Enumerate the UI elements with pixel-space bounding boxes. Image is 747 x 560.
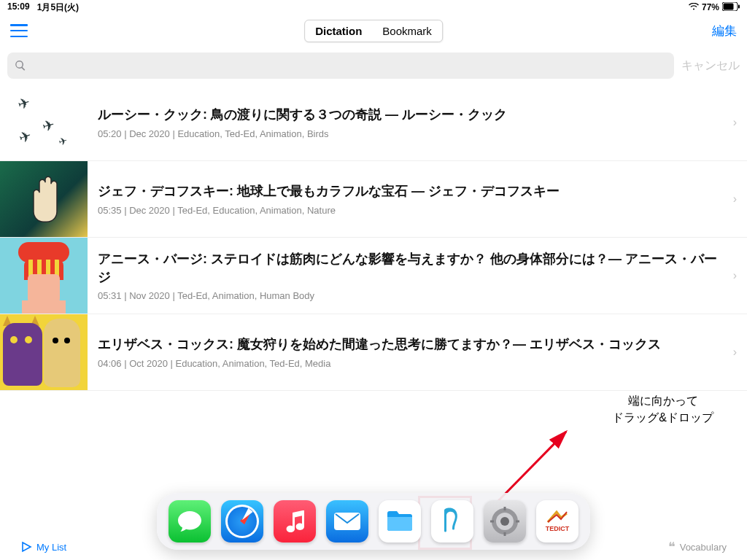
list-item[interactable]: ジェフ・デコフスキー: 地球上で最もカラフルな宝石 ― ジェフ・デコフスキー 0…: [0, 161, 747, 238]
thumbnail: [0, 161, 88, 237]
tab-mylist[interactable]: My List: [20, 541, 66, 553]
segmented-control: Dictation Bookmark: [304, 20, 443, 42]
video-list: ✈︎✈︎✈︎✈︎ ルーシー・クック: 鳥の渡りに関する３つの奇説 ― ルーシー・…: [0, 85, 747, 391]
chevron-right-icon: ›: [733, 269, 747, 282]
thumbnail: ✈︎✈︎✈︎✈︎: [0, 85, 88, 160]
quote-icon: ❝: [668, 539, 676, 555]
wifi-icon: [689, 2, 699, 12]
nav-bar: Dictation Bookmark 編集: [0, 15, 747, 47]
item-meta: 05:20 | Dec 2020 | Education, Ted-Ed, An…: [98, 128, 723, 139]
item-title: ジェフ・デコフスキー: 地球上で最もカラフルな宝石 ― ジェフ・デコフスキー: [98, 182, 723, 200]
svg-point-7: [500, 517, 509, 526]
status-bar: 15:09 1月5日(火) 77%: [0, 0, 747, 15]
item-title: エリザベス・コックス: 魔女狩りを始めた間違った思考に勝てますか？― エリザベス…: [98, 335, 723, 353]
thumbnail: [0, 314, 88, 390]
bottom-bar: My List ❝ Vocabulary: [0, 535, 747, 559]
menu-button[interactable]: [10, 24, 28, 37]
edit-button[interactable]: 編集: [712, 23, 737, 39]
item-meta: 05:35 | Dec 2020 | Ted-Ed, Education, An…: [98, 205, 723, 216]
thumbnail: [0, 238, 88, 314]
svg-rect-11: [516, 521, 519, 523]
list-item[interactable]: エリザベス・コックス: 魔女狩りを始めた間違った思考に勝てますか？― エリザベス…: [0, 314, 747, 391]
svg-rect-2: [738, 4, 740, 8]
tab-dictation[interactable]: Dictation: [305, 20, 372, 42]
cancel-button[interactable]: キャンセル: [681, 58, 740, 74]
item-title: アニース・バージ: ステロイドは筋肉にどんな影響を与えますか？ 他の身体部分には…: [98, 250, 723, 286]
status-date: 1月5日(火): [37, 1, 79, 14]
search-row: キャンセル: [0, 47, 747, 85]
chevron-right-icon: ›: [733, 192, 747, 206]
item-meta: 04:06 | Oct 2020 | Education, Animation,…: [98, 358, 723, 369]
chevron-right-icon: ›: [733, 346, 747, 359]
item-meta: 05:31 | Nov 2020 | Ted-Ed, Animation, Hu…: [98, 290, 723, 301]
svg-rect-1: [724, 3, 734, 9]
dock-app-tedict-label: TEDICT: [546, 525, 570, 532]
play-icon: [20, 541, 32, 553]
svg-rect-10: [490, 521, 494, 523]
search-input[interactable]: [7, 52, 674, 79]
status-battery: 77%: [702, 2, 719, 12]
tab-vocabulary[interactable]: ❝ Vocabulary: [668, 539, 727, 555]
tab-bookmark[interactable]: Bookmark: [372, 20, 442, 42]
chevron-right-icon: ›: [733, 116, 747, 129]
item-title: ルーシー・クック: 鳥の渡りに関する３つの奇説 ― ルーシー・クック: [98, 106, 723, 123]
search-icon: [15, 60, 26, 71]
list-item[interactable]: アニース・バージ: ステロイドは筋肉にどんな影響を与えますか？ 他の身体部分には…: [0, 238, 747, 314]
svg-rect-8: [504, 507, 506, 510]
list-item[interactable]: ✈︎✈︎✈︎✈︎ ルーシー・クック: 鳥の渡りに関する３つの奇説 ― ルーシー・…: [0, 85, 747, 161]
battery-icon: [722, 2, 740, 13]
annotation-text: 端に向かって ドラッグ&ドロップ: [612, 392, 713, 426]
status-time: 15:09: [7, 1, 30, 14]
